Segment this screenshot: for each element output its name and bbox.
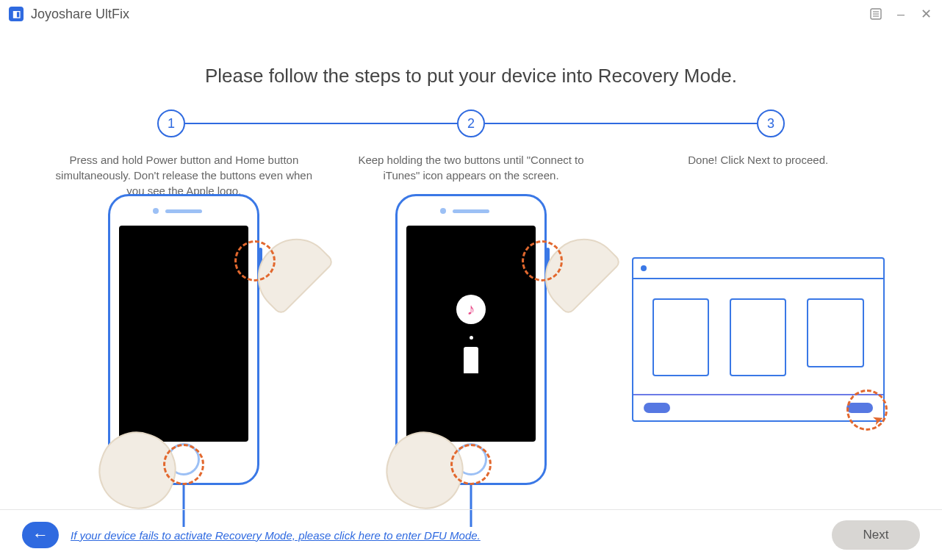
step-3-desc: Done! Click Next to proceed.	[618, 152, 898, 204]
bottombar: ← If your device fails to activate Recov…	[0, 509, 942, 560]
highlight-circle-icon	[522, 240, 563, 281]
arrow-left-icon: ←	[32, 525, 48, 545]
step-line	[485, 123, 757, 124]
highlight-circle-icon	[163, 444, 204, 485]
step-2-illustration: ♪	[331, 204, 611, 475]
next-button[interactable]: Next	[832, 520, 920, 550]
app-window: ◧ Joyoshare UltFix – ✕ Please follow the…	[0, 0, 942, 560]
step-2: Keep holding the two buttons until "Conn…	[331, 152, 611, 475]
highlight-circle-icon	[234, 240, 276, 281]
minimize-icon[interactable]: –	[894, 7, 908, 21]
content: Please follow the steps to put your devi…	[0, 28, 942, 475]
app-title: Joyoshare UltFix	[31, 7, 129, 22]
step-1-illustration	[44, 204, 324, 475]
titlebar: ◧ Joyoshare UltFix – ✕	[0, 0, 942, 28]
itunes-icon: ♪	[456, 295, 486, 324]
step-circle-2: 2	[457, 110, 485, 137]
phone-icon	[108, 194, 259, 485]
bottom-left: ← If your device fails to activate Recov…	[22, 522, 481, 548]
menu-icon[interactable]	[869, 7, 883, 21]
step-3: Done! Click Next to proceed.	[618, 152, 898, 475]
stepper: 1 2 3	[44, 110, 898, 137]
page-title: Please follow the steps to put your devi…	[44, 65, 898, 87]
back-button[interactable]: ←	[22, 522, 59, 548]
highlight-circle-icon	[450, 444, 492, 485]
app-logo-icon: ◧	[9, 7, 24, 21]
dfu-mode-link[interactable]: If your device fails to activate Recover…	[71, 529, 481, 542]
phone-icon: ♪	[395, 194, 547, 485]
step-1: Press and hold Power button and Home but…	[44, 152, 324, 475]
steps-row: Press and hold Power button and Home but…	[44, 152, 898, 475]
window-controls: – ✕	[869, 7, 933, 21]
lightning-cable-icon	[464, 347, 478, 373]
step-3-illustration: ➤	[618, 204, 898, 475]
step-line	[185, 123, 457, 124]
step-circle-1: 1	[157, 110, 185, 137]
app-preview-icon: ➤	[632, 257, 885, 422]
step-circle-3: 3	[757, 110, 785, 137]
close-icon[interactable]: ✕	[918, 7, 933, 21]
title-left: ◧ Joyoshare UltFix	[9, 7, 129, 22]
